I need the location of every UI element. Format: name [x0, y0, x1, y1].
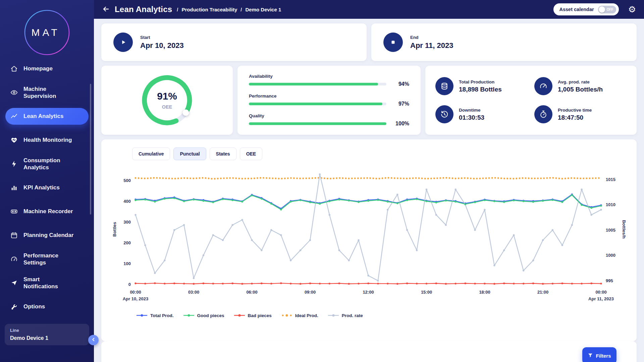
end-date: Apr 11, 2023 [410, 41, 453, 50]
sidebar-item-homepage[interactable]: Homepage [5, 60, 89, 77]
back-arrow-icon [102, 5, 110, 14]
sidebar-item-consumption-analytics[interactable]: Consumption Analytics [5, 156, 89, 172]
sidebar: MAT Homepage Machine Supervision Lean An… [0, 0, 94, 362]
stat-item: Avg. prod. rate 1,005 Bottles/h [534, 74, 627, 98]
trend-icon [10, 112, 18, 120]
legend-item-good-pieces[interactable]: Good pieces [183, 313, 224, 318]
rate-icon [534, 77, 552, 95]
legend-label: Bad pieces [248, 313, 272, 318]
sidebar-item-lean-analytics[interactable]: Lean Analytics [5, 108, 89, 125]
legend-item-ideal-prod-[interactable]: Ideal Prod. [281, 313, 318, 318]
breadcrumb: /Production Traceability/Demo Device 1 [177, 7, 281, 12]
svg-text:500: 500 [123, 178, 131, 183]
kpi-percent: 97% [391, 101, 409, 107]
legend-item-bad-pieces[interactable]: Bad pieces [234, 313, 272, 318]
svg-text:18:00: 18:00 [479, 290, 490, 295]
asset-calendar-toggle-pill[interactable]: Asset calendar OFF [553, 3, 619, 15]
bolt-icon [10, 160, 18, 168]
breadcrumb-separator: / [177, 7, 178, 12]
kpi-progress-track [249, 122, 386, 125]
production-chart-card: CumulativePunctualStatesOEE 010020030040… [101, 139, 637, 341]
tab-oee[interactable]: OEE [240, 147, 263, 160]
svg-text:1005: 1005 [606, 228, 615, 233]
svg-text:1015: 1015 [606, 177, 615, 182]
sidebar-item-machine-recorder[interactable]: Machine Recorder [5, 203, 89, 220]
sidebar-item-label: Lean Analytics [23, 113, 63, 120]
stop-icon [383, 33, 403, 52]
back-button[interactable] [102, 5, 110, 14]
sidebar-item-performance-settings[interactable]: Performance Settings [5, 251, 89, 267]
sidebar-item-planning-calendar[interactable]: Planning Calendar [5, 227, 89, 244]
sidebar-item-label: Health Monitoring [23, 136, 72, 143]
svg-text:00:00: 00:00 [595, 290, 606, 295]
kpi-progress-fill [249, 122, 386, 125]
kpi-progress-track [249, 83, 386, 85]
stat-label: Downtime [459, 108, 484, 113]
kpi-percent: 100% [391, 121, 409, 127]
kpi-row-quality: Quality 100% [249, 113, 409, 127]
legend-label: Good pieces [197, 313, 224, 318]
stat-value: 1,005 Bottles/h [558, 86, 603, 93]
kpi-row-performance: Performance 97% [249, 94, 409, 107]
legend-marker [328, 313, 339, 318]
svg-text:Bottles/h: Bottles/h [622, 220, 627, 239]
sidebar-item-machine-supervision[interactable]: Machine Supervision [5, 84, 89, 101]
svg-text:1010: 1010 [606, 202, 615, 207]
sidebar-nav: Homepage Machine Supervision Lean Analyt… [0, 60, 94, 315]
stopwatch-icon [534, 105, 552, 123]
sidebar-item-smart-notifications[interactable]: Smart Notifications [5, 275, 89, 291]
bar-chart-icon [10, 184, 18, 192]
chevron-left-icon [91, 337, 96, 343]
stat-label: Total Production [459, 79, 502, 84]
tab-states[interactable]: States [210, 147, 236, 160]
header: Lean Analytics /Production Traceability/… [94, 0, 644, 19]
tab-cumulative[interactable]: Cumulative [132, 147, 170, 160]
svg-text:400: 400 [123, 199, 131, 204]
breadcrumb-separator: / [240, 7, 242, 12]
kpi-progress-fill [249, 103, 382, 105]
production-stats-card: Total Production 18,898 Bottles Avg. pro… [425, 66, 637, 135]
svg-text:Apr 10, 2023: Apr 10, 2023 [123, 296, 149, 301]
eye-icon [10, 88, 18, 97]
breadcrumb-item[interactable]: Demo Device 1 [246, 7, 281, 12]
stat-item: Productive time 18:47:50 [534, 103, 627, 126]
sidebar-item-label: KPI Analytics [23, 184, 60, 191]
legend-item-prod-rate[interactable]: Prod. rate [328, 313, 363, 318]
stat-label: Productive time [558, 108, 592, 113]
start-date: Apr 10, 2023 [140, 41, 184, 50]
stat-value: 18:47:50 [558, 114, 592, 121]
calendar-icon [10, 231, 18, 239]
device-name: Demo Device 1 [10, 335, 84, 341]
start-label: Start [140, 35, 184, 40]
chart-legend: Total Prod. Good pieces Bad pieces Ideal… [136, 313, 627, 318]
production-chart: 0100200300400500995100010051010101500:00… [111, 167, 627, 312]
line-device-card[interactable]: Line Demo Device 1 [5, 324, 89, 345]
svg-text:03:00: 03:00 [188, 290, 199, 295]
filters-label: Filters [596, 353, 611, 359]
svg-text:Bottles: Bottles [112, 222, 117, 237]
gear-icon[interactable]: ⚙ [628, 5, 636, 14]
oee-value: 91% [157, 90, 177, 102]
line-label: Line [10, 328, 84, 333]
sidebar-item-label: Planning Calendar [23, 232, 73, 239]
stat-value: 01:30:53 [459, 114, 484, 121]
bottom-card [101, 341, 637, 362]
legend-label: Ideal Prod. [295, 313, 318, 318]
tab-punctual[interactable]: Punctual [173, 147, 206, 160]
sidebar-item-health-monitoring[interactable]: Health Monitoring [5, 132, 89, 148]
breadcrumb-item[interactable]: Production Traceability [181, 7, 237, 12]
sidebar-item-options[interactable]: Options [5, 298, 89, 315]
legend-marker [183, 313, 195, 318]
toggle-state-label: OFF [607, 8, 613, 11]
asset-calendar-switch[interactable]: OFF [598, 6, 616, 13]
sidebar-scrollbar[interactable] [90, 84, 91, 215]
play-icon [113, 33, 133, 52]
filters-button[interactable]: Filters [582, 347, 616, 362]
kpi-percent: 94% [391, 81, 409, 87]
sidebar-item-label: Homepage [23, 65, 53, 72]
gauge-icon [10, 255, 18, 263]
legend-item-total-prod-[interactable]: Total Prod. [136, 313, 174, 318]
sidebar-item-kpi-analytics[interactable]: KPI Analytics [5, 179, 89, 196]
sidebar-collapse-button[interactable] [88, 335, 99, 345]
home-icon [10, 65, 18, 73]
